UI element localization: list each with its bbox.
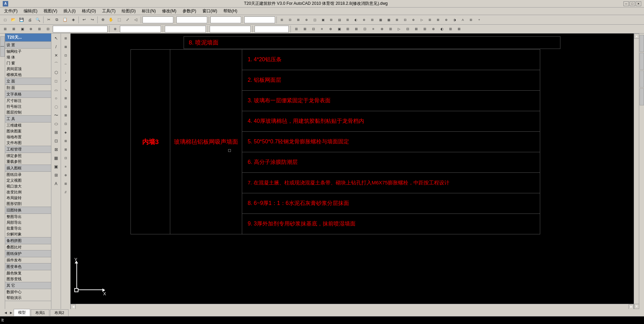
t20-section-header-elevation[interactable]: 立 面 — [5, 78, 51, 85]
draw-line[interactable]: / — [52, 43, 60, 51]
draw-ellipse[interactable]: ⬭ — [52, 120, 60, 128]
print-preview-button[interactable]: 🔍 — [34, 16, 42, 24]
v-scrollbar[interactable]: ▲ ▼ — [634, 34, 639, 309]
open-button[interactable]: 📂 — [10, 16, 17, 24]
plotstyle-dropdown[interactable]: BYCOLOR ▼ — [255, 26, 289, 33]
layer-props-btn[interactable]: ⊞ — [1, 25, 9, 33]
prop-btn17[interactable]: ⊕ — [62, 171, 70, 179]
scroll-track-h[interactable] — [76, 304, 629, 309]
draw-rect[interactable]: □ — [52, 77, 60, 85]
prop-btn14[interactable]: ⊠ — [62, 145, 70, 154]
menu-format[interactable]: 格式(O) — [79, 8, 99, 15]
menu-modify[interactable]: 修改(M) — [159, 8, 179, 15]
layer-tool16[interactable]: ⊞ — [421, 25, 429, 33]
extra-btn25[interactable]: + — [475, 16, 483, 24]
layer-tool17[interactable]: ⊕ — [430, 25, 437, 33]
extra-btn22[interactable]: ◑ — [451, 16, 458, 24]
scroll-left-btn[interactable]: ◀ — [71, 304, 76, 309]
prop-btn2[interactable]: ⊠ — [62, 43, 70, 51]
prop-btn11[interactable]: ⊡ — [62, 120, 70, 128]
menu-tools[interactable]: 工具(T) — [99, 8, 118, 15]
t20-item-layoutrot[interactable]: 布局旋转 — [5, 195, 51, 201]
t20-item-explode[interactable]: 分解对象 — [5, 231, 51, 237]
extra-btn7[interactable]: ⊞ — [327, 16, 335, 24]
cut-button[interactable]: ✂ — [45, 16, 52, 24]
layer-tool6[interactable]: ▣ — [335, 25, 343, 33]
scroll-down-btn[interactable]: ▼ — [634, 304, 639, 309]
extra-btn18[interactable]: ▷ — [418, 16, 425, 24]
layer-select[interactable]: 口 0 ▼ — [53, 26, 108, 33]
zoom-realtime[interactable]: ⊕ — [99, 16, 107, 24]
maximize-button[interactable]: □ — [630, 1, 635, 6]
redo-button[interactable]: ↪ — [88, 16, 96, 24]
draw-spline[interactable]: 〜 — [52, 111, 60, 119]
extra-btn5[interactable]: ◫ — [311, 16, 319, 24]
draw-region[interactable]: ▣ — [52, 163, 60, 171]
t20-item-reload[interactable]: 重载参照 — [5, 159, 51, 165]
prop-btn5[interactable]: ↕ — [62, 68, 70, 77]
scroll-right-btn[interactable]: ▶ — [629, 304, 634, 309]
h-scrollbar[interactable]: ◀ ▶ — [71, 304, 634, 309]
extra-btn24[interactable]: ⊞ — [467, 16, 475, 24]
prop-btn12[interactable]: ◈ — [62, 128, 70, 137]
layer-tool11[interactable]: ⊕ — [378, 25, 386, 33]
extra-btn16[interactable]: ⊟ — [401, 16, 409, 24]
menu-window[interactable]: 窗口(W) — [200, 8, 220, 15]
prop-btn18[interactable]: ⊞ — [62, 180, 70, 188]
t20-section-header-archive[interactable]: 备档拼图 — [5, 237, 51, 244]
layer-tool15[interactable]: ⊠ — [412, 25, 420, 33]
t20-item-help[interactable]: 帮助演示 — [5, 295, 51, 301]
right-tab4[interactable] — [640, 88, 644, 105]
t20-item-changescale[interactable]: 改变比例 — [5, 189, 51, 195]
extra-btn4[interactable]: ⊕ — [303, 16, 310, 24]
draw-xline[interactable]: ✕ — [52, 51, 60, 60]
draw-arc[interactable]: ⌓ — [52, 86, 60, 94]
layer-tool9[interactable]: ⊡ — [361, 25, 369, 33]
menu-edit[interactable]: 编辑(E) — [21, 8, 40, 15]
extra-btn17[interactable]: ⊕ — [410, 16, 417, 24]
extra-btn2[interactable]: ⊟ — [286, 16, 294, 24]
t20-section-header-protect[interactable]: 图纸保护 — [5, 250, 51, 257]
scroll-track-v[interactable] — [634, 39, 639, 304]
insert-block[interactable]: ⊞ — [52, 128, 60, 137]
extra-btn8[interactable]: ▤ — [336, 16, 343, 24]
t20-item-drawlist[interactable]: 图纸目录 — [5, 172, 51, 178]
paste-button[interactable]: 📋 — [61, 16, 69, 24]
t20-item-export-all[interactable]: 整图导出 — [5, 214, 51, 220]
lineweight-dropdown[interactable]: ByLayer ▼ — [210, 26, 251, 33]
extra-btn12[interactable]: ⊞ — [369, 16, 376, 24]
layer-tool7[interactable]: ⊞ — [344, 25, 351, 33]
prop-btn10[interactable]: ⊠ — [62, 111, 70, 119]
t20-item-door[interactable]: 门 窗 — [5, 60, 51, 66]
t20-item-datacenter[interactable]: 数据中心 — [5, 289, 51, 295]
wblock[interactable]: ⊠ — [52, 145, 60, 154]
layer-tool20[interactable]: ⊠ — [455, 25, 463, 33]
copy-button[interactable]: ⧉ — [53, 16, 61, 24]
t20-section-header-convert[interactable]: 旧图转换 — [5, 207, 51, 214]
layer-tool8[interactable]: ⊠ — [352, 25, 360, 33]
menu-view[interactable]: 视图(V) — [41, 8, 60, 15]
layer-tool3[interactable]: ⊟ — [310, 25, 317, 33]
t20-section-header-settings[interactable]: 设 置 — [5, 42, 51, 49]
style-dropdown[interactable]: Standard — [143, 16, 173, 23]
right-tab3[interactable] — [640, 70, 644, 88]
matchprop-button[interactable]: ◈ — [70, 16, 77, 24]
layer-btn4[interactable]: ⊕ — [27, 25, 35, 33]
draw-circle[interactable]: ○ — [52, 94, 60, 102]
menu-file[interactable]: 文件(F) — [1, 8, 20, 15]
zoom-extent[interactable]: ⤢ — [124, 16, 131, 24]
t20-item-wall[interactable]: 墙 体 — [5, 54, 51, 60]
pan-button[interactable]: ✋ — [107, 16, 115, 24]
layer-tool13[interactable]: ▷ — [395, 25, 403, 33]
prop-btn8[interactable]: ⊞ — [62, 94, 70, 102]
extra-btn14[interactable]: ▩ — [385, 16, 393, 24]
t20-item-toline[interactable]: 图形变线 — [5, 276, 51, 282]
zoom-window[interactable]: ⬚ — [115, 16, 123, 24]
layer-tool1[interactable]: ⊞ — [293, 25, 300, 33]
draw-revision[interactable]: ◌ — [52, 103, 60, 111]
dim-style-dropdown[interactable]: Standard ▼ — [210, 16, 241, 23]
extra-btn3[interactable]: ⊠ — [295, 16, 302, 24]
t20-item-symbol[interactable]: 符号标注 — [5, 104, 51, 109]
prop-btn9[interactable]: ⊟ — [62, 103, 70, 111]
menu-insert[interactable]: 插入(I) — [61, 8, 78, 15]
